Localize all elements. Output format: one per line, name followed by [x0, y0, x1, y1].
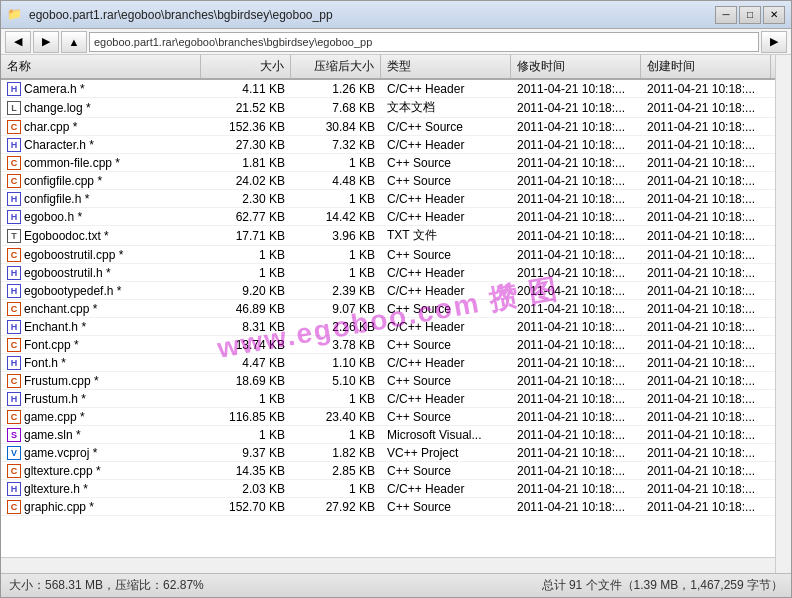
cell-size: 4.11 KB	[201, 81, 291, 97]
col-header-size[interactable]: 大小	[201, 55, 291, 78]
cell-modified: 2011-04-21 10:18:...	[511, 100, 641, 116]
file-list-container: 名称 大小 压缩后大小 类型 修改时间 创建时间	[1, 55, 775, 573]
cell-name: C game.cpp *	[1, 409, 201, 425]
table-row[interactable]: L change.log * 21.52 KB 7.68 KB 文本文档 201…	[1, 98, 775, 118]
table-row[interactable]: S game.sln * 1 KB 1 KB Microsoft Visual.…	[1, 426, 775, 444]
cell-compressed: 4.48 KB	[291, 173, 381, 189]
table-row[interactable]: C Font.cpp * 13.74 KB 3.78 KB C++ Source…	[1, 336, 775, 354]
table-row[interactable]: C enchant.cpp * 46.89 KB 9.07 KB C++ Sou…	[1, 300, 775, 318]
address-text: egoboo.part1.rar\egoboo\branches\bgbirds…	[94, 36, 372, 48]
file-icon: L	[7, 101, 21, 115]
table-row[interactable]: C Frustum.cpp * 18.69 KB 5.10 KB C++ Sou…	[1, 372, 775, 390]
main-window: 📁 egoboo.part1.rar\egoboo\branches\bgbir…	[0, 0, 792, 598]
cell-created: 2011-04-21 10:18:...	[641, 481, 771, 497]
cell-created: 2011-04-21 10:18:...	[641, 499, 771, 515]
address-bar[interactable]: egoboo.part1.rar\egoboo\branches\bgbirds…	[89, 32, 759, 52]
up-button[interactable]: ▲	[61, 31, 87, 53]
cell-name: H Frustum.h *	[1, 391, 201, 407]
table-row[interactable]: C graphic.cpp * 152.70 KB 27.92 KB C++ S…	[1, 498, 775, 516]
close-button[interactable]: ✕	[763, 6, 785, 24]
cell-size: 4.47 KB	[201, 355, 291, 371]
cell-compressed: 2.39 KB	[291, 283, 381, 299]
cell-type: C++ Source	[381, 173, 511, 189]
cell-name: C egoboostrutil.cpp *	[1, 247, 201, 263]
col-header-compressed[interactable]: 压缩后大小	[291, 55, 381, 78]
cell-created: 2011-04-21 10:18:...	[641, 81, 771, 97]
table-row[interactable]: H Frustum.h * 1 KB 1 KB C/C++ Header 201…	[1, 390, 775, 408]
cell-size: 9.37 KB	[201, 445, 291, 461]
cell-created: 2011-04-21 10:18:...	[641, 119, 771, 135]
table-row[interactable]: H egoboostrutil.h * 1 KB 1 KB C/C++ Head…	[1, 264, 775, 282]
maximize-button[interactable]: □	[739, 6, 761, 24]
cell-created: 2011-04-21 10:18:...	[641, 265, 771, 281]
cell-compressed: 2.26 KB	[291, 319, 381, 335]
cell-name: T Egoboodoc.txt *	[1, 228, 201, 244]
table-row[interactable]: H Enchant.h * 8.31 KB 2.26 KB C/C++ Head…	[1, 318, 775, 336]
table-row[interactable]: C gltexture.cpp * 14.35 KB 2.85 KB C++ S…	[1, 462, 775, 480]
table-row[interactable]: H Font.h * 4.47 KB 1.10 KB C/C++ Header …	[1, 354, 775, 372]
table-row[interactable]: C game.cpp * 116.85 KB 23.40 KB C++ Sour…	[1, 408, 775, 426]
cell-modified: 2011-04-21 10:18:...	[511, 427, 641, 443]
table-row[interactable]: H Camera.h * 4.11 KB 1.26 KB C/C++ Heade…	[1, 80, 775, 98]
cell-type: C++ Source	[381, 409, 511, 425]
cell-size: 1 KB	[201, 427, 291, 443]
forward-button[interactable]: ▶	[33, 31, 59, 53]
cell-size: 1 KB	[201, 391, 291, 407]
cell-size: 1 KB	[201, 247, 291, 263]
cell-modified: 2011-04-21 10:18:...	[511, 81, 641, 97]
table-row[interactable]: H egobootypedef.h * 9.20 KB 2.39 KB C/C+…	[1, 282, 775, 300]
cell-type: C/C++ Header	[381, 209, 511, 225]
cell-name: H Character.h *	[1, 137, 201, 153]
col-header-created[interactable]: 创建时间	[641, 55, 771, 78]
cell-created: 2011-04-21 10:18:...	[641, 209, 771, 225]
file-table-wrapper: www.egoboo.com 攒 图 H Camera.h * 4.11 KB …	[1, 80, 775, 557]
cell-size: 21.52 KB	[201, 100, 291, 116]
cell-name: H gltexture.h *	[1, 481, 201, 497]
cell-created: 2011-04-21 10:18:...	[641, 427, 771, 443]
cell-modified: 2011-04-21 10:18:...	[511, 373, 641, 389]
file-icon: C	[7, 338, 21, 352]
file-icon: C	[7, 120, 21, 134]
status-left: 大小：568.31 MB，压缩比：62.87%	[9, 577, 204, 594]
cell-modified: 2011-04-21 10:18:...	[511, 445, 641, 461]
table-row[interactable]: C egoboostrutil.cpp * 1 KB 1 KB C++ Sour…	[1, 246, 775, 264]
table-row[interactable]: C configfile.cpp * 24.02 KB 4.48 KB C++ …	[1, 172, 775, 190]
cell-compressed: 1 KB	[291, 391, 381, 407]
col-header-name[interactable]: 名称	[1, 55, 201, 78]
table-row[interactable]: H configfile.h * 2.30 KB 1 KB C/C++ Head…	[1, 190, 775, 208]
cell-size: 14.35 KB	[201, 463, 291, 479]
minimize-button[interactable]: ─	[715, 6, 737, 24]
cell-type: 文本文档	[381, 98, 511, 117]
status-bar: 大小：568.31 MB，压缩比：62.87% 总计 91 个文件（1.39 M…	[1, 573, 791, 597]
column-header: 名称 大小 压缩后大小 类型 修改时间 创建时间	[1, 55, 775, 80]
cell-name: H Font.h *	[1, 355, 201, 371]
table-row[interactable]: H Character.h * 27.30 KB 7.32 KB C/C++ H…	[1, 136, 775, 154]
cell-type: TXT 文件	[381, 226, 511, 245]
cell-type: C++ Source	[381, 337, 511, 353]
col-header-type[interactable]: 类型	[381, 55, 511, 78]
cell-modified: 2011-04-21 10:18:...	[511, 319, 641, 335]
vertical-scrollbar[interactable]	[775, 55, 791, 573]
go-button[interactable]: ▶	[761, 31, 787, 53]
cell-modified: 2011-04-21 10:18:...	[511, 265, 641, 281]
cell-name: H Enchant.h *	[1, 319, 201, 335]
table-row[interactable]: H gltexture.h * 2.03 KB 1 KB C/C++ Heade…	[1, 480, 775, 498]
cell-type: C/C++ Source	[381, 119, 511, 135]
table-row[interactable]: H egoboo.h * 62.77 KB 14.42 KB C/C++ Hea…	[1, 208, 775, 226]
cell-name: S game.sln *	[1, 427, 201, 443]
cell-created: 2011-04-21 10:18:...	[641, 409, 771, 425]
horizontal-scrollbar[interactable]	[1, 557, 775, 573]
cell-compressed: 1 KB	[291, 155, 381, 171]
table-row[interactable]: V game.vcproj * 9.37 KB 1.82 KB VC++ Pro…	[1, 444, 775, 462]
table-row[interactable]: T Egoboodoc.txt * 17.71 KB 3.96 KB TXT 文…	[1, 226, 775, 246]
back-button[interactable]: ◀	[5, 31, 31, 53]
cell-created: 2011-04-21 10:18:...	[641, 319, 771, 335]
table-row[interactable]: C common-file.cpp * 1.81 KB 1 KB C++ Sou…	[1, 154, 775, 172]
cell-created: 2011-04-21 10:18:...	[641, 391, 771, 407]
cell-modified: 2011-04-21 10:18:...	[511, 355, 641, 371]
cell-size: 152.70 KB	[201, 499, 291, 515]
cell-modified: 2011-04-21 10:18:...	[511, 337, 641, 353]
cell-compressed: 7.68 KB	[291, 100, 381, 116]
col-header-modified[interactable]: 修改时间	[511, 55, 641, 78]
table-row[interactable]: C char.cpp * 152.36 KB 30.84 KB C/C++ So…	[1, 118, 775, 136]
